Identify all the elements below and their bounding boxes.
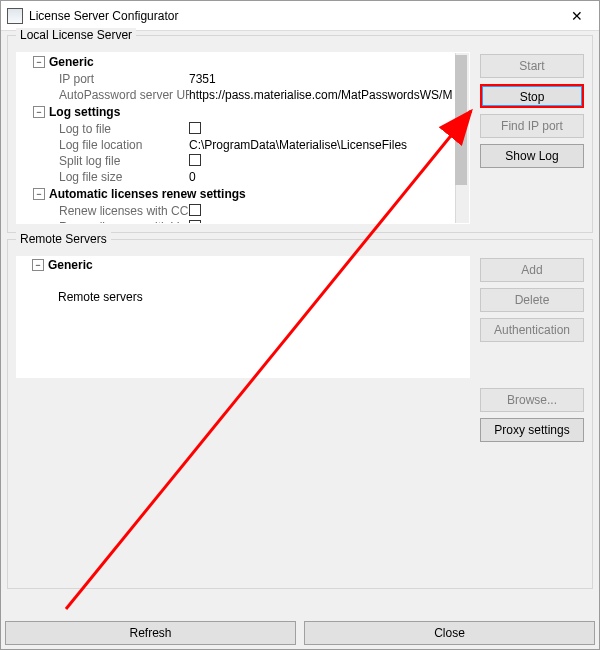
- local-groupbox: Local License Server − Generic IP port 7…: [7, 35, 593, 233]
- browse-button[interactable]: Browse...: [480, 388, 584, 412]
- remote-tree[interactable]: − Generic Remote servers: [16, 256, 470, 378]
- titlebar: License Server Configurator ✕: [1, 1, 599, 31]
- checkbox-icon[interactable]: [189, 122, 201, 134]
- checkbox-icon[interactable]: [189, 204, 201, 216]
- stop-button[interactable]: Stop: [480, 84, 584, 108]
- row-renew-voucher[interactable]: Renew licenses with Vouch...: [17, 219, 455, 223]
- scroll-thumb[interactable]: [455, 55, 467, 185]
- close-button[interactable]: Close: [304, 621, 595, 645]
- scrollbar[interactable]: [455, 53, 469, 223]
- row-log-to-file[interactable]: Log to file: [17, 121, 455, 137]
- close-icon[interactable]: ✕: [555, 1, 599, 31]
- window: License Server Configurator ✕ Local Lice…: [0, 0, 600, 650]
- checkbox-icon[interactable]: [189, 220, 201, 224]
- section-log[interactable]: − Log settings: [17, 103, 455, 121]
- collapse-icon[interactable]: −: [33, 106, 45, 118]
- remote-buttons: Add Delete Authentication Browse... Prox…: [480, 256, 584, 580]
- window-title: License Server Configurator: [29, 1, 555, 31]
- row-renew-cc[interactable]: Renew licenses with CC-key: [17, 203, 455, 219]
- collapse-icon[interactable]: −: [33, 188, 45, 200]
- app-icon: [7, 8, 23, 24]
- row-split-log[interactable]: Split log file: [17, 153, 455, 169]
- row-remote-servers[interactable]: Remote servers: [16, 286, 470, 308]
- row-log-location[interactable]: Log file location C:\ProgramData\Materia…: [17, 137, 455, 153]
- authentication-button[interactable]: Authentication: [480, 318, 584, 342]
- collapse-icon[interactable]: −: [33, 56, 45, 68]
- row-log-size[interactable]: Log file size 0: [17, 169, 455, 185]
- find-ip-button[interactable]: Find IP port: [480, 114, 584, 138]
- remote-groupbox: Remote Servers − Generic Remote servers: [7, 239, 593, 589]
- remote-group-title: Remote Servers: [16, 232, 111, 246]
- local-tree[interactable]: − Generic IP port 7351 AutoPassword serv…: [16, 52, 470, 224]
- collapse-icon[interactable]: −: [32, 259, 44, 271]
- remote-section-generic[interactable]: − Generic: [16, 256, 470, 274]
- section-auto[interactable]: − Automatic licenses renew settings: [17, 185, 455, 203]
- start-button[interactable]: Start: [480, 54, 584, 78]
- checkbox-icon[interactable]: [189, 154, 201, 166]
- local-group-title: Local License Server: [16, 28, 136, 42]
- client-area: Local License Server − Generic IP port 7…: [1, 31, 599, 649]
- row-auto-pwd[interactable]: AutoPassword server URL https://pass.mat…: [17, 87, 455, 103]
- delete-button[interactable]: Delete: [480, 288, 584, 312]
- local-buttons: Start Stop Find IP port Show Log: [480, 52, 584, 224]
- section-generic[interactable]: − Generic: [17, 53, 455, 71]
- show-log-button[interactable]: Show Log: [480, 144, 584, 168]
- row-ip-port[interactable]: IP port 7351: [17, 71, 455, 87]
- add-button[interactable]: Add: [480, 258, 584, 282]
- bottom-bar: Refresh Close: [5, 621, 595, 645]
- refresh-button[interactable]: Refresh: [5, 621, 296, 645]
- proxy-settings-button[interactable]: Proxy settings: [480, 418, 584, 442]
